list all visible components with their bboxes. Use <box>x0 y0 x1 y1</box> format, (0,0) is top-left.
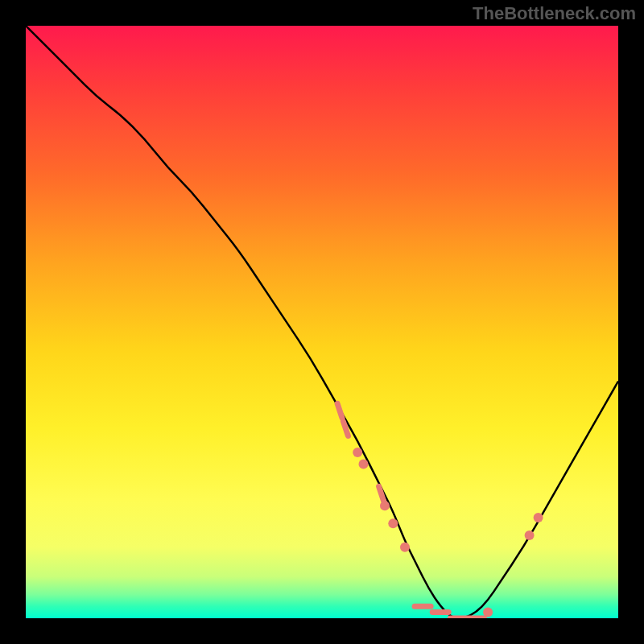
chart-marker <box>380 501 390 510</box>
bottleneck-curve <box>26 26 618 618</box>
chart-plot-area <box>26 26 618 618</box>
chart-marker <box>525 530 535 540</box>
chart-marker <box>337 403 342 418</box>
marker-layer <box>337 403 543 618</box>
chart-marker <box>353 448 362 457</box>
chart-marker <box>379 486 384 501</box>
chart-marker <box>359 460 369 469</box>
chart-marker <box>400 543 410 552</box>
chart-marker <box>388 518 398 528</box>
chart-marker <box>534 513 543 522</box>
watermark-text: TheBottleneck.com <box>473 3 636 24</box>
chart-svg <box>26 26 618 618</box>
chart-marker <box>483 608 493 617</box>
